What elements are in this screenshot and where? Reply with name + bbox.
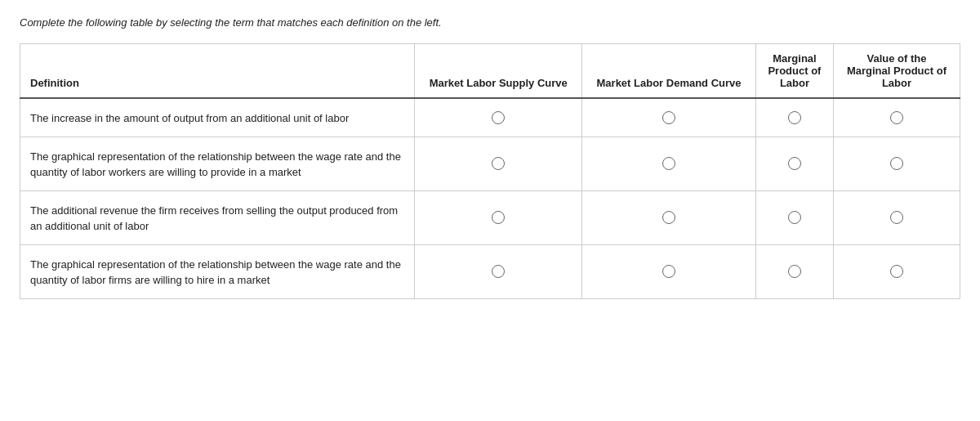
radio-cell-row3-col0[interactable] bbox=[415, 244, 582, 298]
radio-cell-row0-col2[interactable] bbox=[756, 98, 834, 137]
header-col1: Market Labor Supply Curve bbox=[415, 44, 582, 99]
radio-cell-row2-col2[interactable] bbox=[756, 190, 834, 244]
radio-button[interactable] bbox=[662, 111, 675, 124]
radio-button[interactable] bbox=[890, 157, 903, 170]
radio-button[interactable] bbox=[788, 265, 801, 278]
radio-button[interactable] bbox=[662, 211, 675, 224]
radio-button[interactable] bbox=[492, 211, 505, 224]
radio-button[interactable] bbox=[788, 111, 801, 124]
matching-table: Definition Market Labor Supply Curve Mar… bbox=[20, 43, 960, 299]
definition-cell-0: The increase in the amount of output fro… bbox=[20, 98, 415, 137]
table-row: The additional revenue the firm receives… bbox=[20, 190, 960, 244]
radio-cell-row2-col0[interactable] bbox=[415, 190, 582, 244]
radio-cell-row1-col0[interactable] bbox=[415, 137, 582, 190]
radio-cell-row0-col3[interactable] bbox=[833, 98, 960, 137]
table-row: The graphical representation of the rela… bbox=[20, 244, 960, 298]
radio-button[interactable] bbox=[890, 265, 903, 278]
radio-button[interactable] bbox=[890, 111, 903, 124]
radio-button[interactable] bbox=[492, 111, 505, 124]
instruction-text: Complete the following table by selectin… bbox=[20, 16, 960, 29]
radio-button[interactable] bbox=[890, 211, 903, 224]
header-col3: Marginal Product of Labor bbox=[756, 44, 834, 99]
radio-cell-row0-col1[interactable] bbox=[582, 98, 756, 137]
radio-button[interactable] bbox=[788, 157, 801, 170]
radio-button[interactable] bbox=[662, 265, 675, 278]
radio-cell-row3-col2[interactable] bbox=[756, 244, 834, 298]
radio-cell-row1-col3[interactable] bbox=[833, 137, 960, 190]
table-row: The increase in the amount of output fro… bbox=[20, 98, 960, 137]
radio-cell-row3-col3[interactable] bbox=[833, 244, 960, 298]
radio-cell-row2-col3[interactable] bbox=[833, 190, 960, 244]
radio-button[interactable] bbox=[492, 265, 505, 278]
header-definition: Definition bbox=[20, 44, 415, 99]
radio-cell-row2-col1[interactable] bbox=[582, 190, 756, 244]
definition-cell-2: The additional revenue the firm receives… bbox=[20, 190, 415, 244]
header-col4: Value of the Marginal Product of Labor bbox=[833, 44, 960, 99]
definition-cell-3: The graphical representation of the rela… bbox=[20, 244, 415, 298]
radio-cell-row0-col0[interactable] bbox=[415, 98, 582, 137]
table-row: The graphical representation of the rela… bbox=[20, 137, 960, 190]
header-col2: Market Labor Demand Curve bbox=[582, 44, 756, 99]
radio-cell-row1-col2[interactable] bbox=[756, 137, 834, 190]
definition-cell-1: The graphical representation of the rela… bbox=[20, 137, 415, 190]
radio-button[interactable] bbox=[492, 157, 505, 170]
radio-button[interactable] bbox=[788, 211, 801, 224]
radio-cell-row3-col1[interactable] bbox=[582, 244, 756, 298]
radio-cell-row1-col1[interactable] bbox=[582, 137, 756, 190]
radio-button[interactable] bbox=[662, 157, 675, 170]
